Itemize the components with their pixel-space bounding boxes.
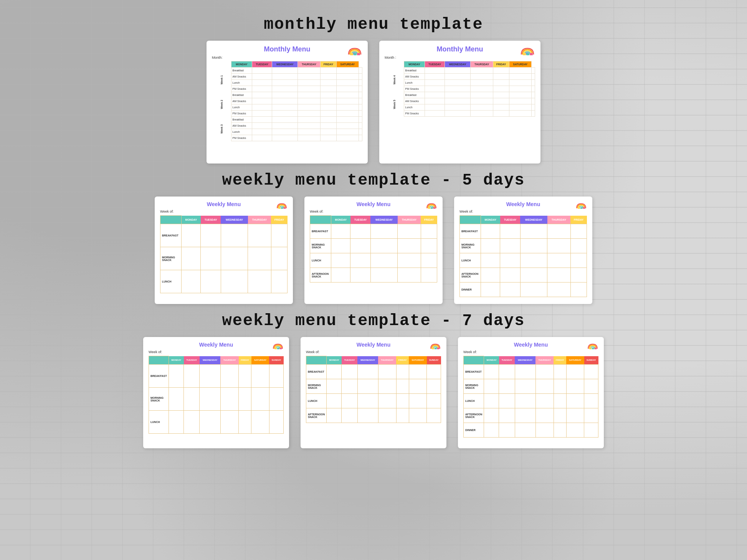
svg-rect-0: [350, 53, 353, 55]
svg-rect-17: [280, 348, 282, 350]
weekly7-card-2: Weekly Menu Week of:: [301, 337, 446, 448]
svg-rect-13: [580, 207, 583, 209]
svg-rect-22: [592, 348, 594, 350]
weekly7-card-3-weekof: Week of:: [463, 350, 598, 354]
page-wrapper: monthly menu template Monthly Menu: [8, 15, 739, 448]
svg-rect-3: [523, 53, 526, 55]
svg-rect-7: [281, 207, 283, 209]
monthly-cards-row: Monthly Menu Mo: [8, 41, 739, 164]
weekly5-section: weekly menu template - 5 days Weekly Men…: [8, 171, 739, 304]
monthly-card-1-grid: MONDAY TUESDAY WEDNESDAY THURSDAY FRIDAY…: [212, 61, 362, 141]
rainbow-icon-1: [347, 45, 362, 58]
svg-rect-10: [431, 207, 433, 209]
rainbow-icon-w52: [426, 201, 437, 211]
svg-rect-5: [530, 53, 533, 55]
svg-rect-2: [357, 53, 360, 55]
svg-rect-6: [278, 207, 281, 209]
weekly5-card-2-weekof: Week of:: [310, 210, 437, 213]
weekly5-card-3-header: Weekly Menu: [459, 201, 587, 207]
weekly5-card-2-title: Weekly Menu: [357, 201, 390, 207]
svg-rect-1: [354, 53, 357, 55]
rainbow-icon-w51: [276, 201, 288, 211]
rainbow-icon-w71: [272, 342, 284, 352]
weekly5-card-2: Weekly Menu Week of:: [304, 197, 443, 304]
svg-rect-4: [526, 53, 529, 55]
weekly5-card-1-grid: MONDAY TUESDAY WEDNESDAY THURSDAY FRIDAY…: [160, 215, 288, 293]
weekly5-cards-row: Weekly Menu Week of:: [8, 197, 739, 304]
monthly-card-2: Monthly Menu Mo: [379, 41, 540, 164]
weekly7-section: weekly menu template - 7 days Weekly Men…: [8, 312, 739, 448]
weekly7-card-1: Weekly Menu Week of:: [143, 337, 289, 448]
monthly-card-2-title: Monthly Menu: [437, 45, 483, 53]
weekly7-card-2-grid: MONDAY TUESDAY WEDNESDAY THURSDAY FRIDAY…: [306, 356, 441, 423]
svg-rect-11: [433, 207, 436, 209]
weekly5-card-3-grid: MONDAY TUESDAY WEDNESDAY THURSDAY FRIDAY…: [459, 215, 587, 297]
monthly-card-1-month-label: Month:: [212, 56, 362, 59]
svg-rect-14: [583, 207, 585, 209]
monthly-section: monthly menu template Monthly Menu: [8, 15, 739, 164]
svg-rect-9: [428, 207, 430, 209]
rainbow-icon-w72: [430, 342, 441, 352]
weekly7-cards-row: Weekly Menu Week of:: [8, 337, 739, 448]
monthly-card-2-grid: MONDAY TUESDAY WEDNESDAY THURSDAY FRIDAY…: [385, 61, 535, 117]
rainbow-icon-w53: [575, 201, 587, 211]
svg-rect-23: [595, 348, 597, 350]
rainbow-icon-2: [520, 45, 535, 58]
weekly5-card-3-weekof: Week of:: [459, 210, 587, 213]
weekly5-card-1-title: Weekly Menu: [207, 201, 241, 207]
svg-rect-8: [284, 207, 286, 209]
weekly7-card-3: Weekly Menu Week of:: [458, 337, 604, 448]
weekly5-card-1: Weekly Menu Week of:: [155, 197, 293, 304]
svg-rect-12: [578, 207, 580, 209]
weekly7-card-2-title: Weekly Menu: [357, 342, 390, 348]
monthly-card-2-month-label: Month :: [385, 56, 535, 59]
rainbow-icon-w73: [587, 342, 598, 352]
svg-rect-16: [277, 348, 279, 350]
monthly-card-2-header: Monthly Menu: [385, 45, 535, 53]
weekly7-card-1-grid: MONDAY TUESDAY WEDNESDAY THURSDAY FRIDAY…: [149, 356, 284, 434]
weekly7-card-3-grid: MONDAY TUESDAY WEDNESDAY THURSDAY FRIDAY…: [463, 356, 598, 438]
weekly7-card-1-weekof: Week of:: [149, 350, 284, 354]
monthly-section-title: monthly menu template: [8, 15, 739, 34]
weekly5-card-1-weekof: Week of:: [160, 210, 288, 213]
weekly7-card-3-title: Weekly Menu: [514, 342, 548, 348]
weekly5-card-1-header: Weekly Menu: [160, 201, 288, 207]
weekly5-card-2-grid: MONDAY TUESDAY WEDNESDAY THURSDAY FRIDAY…: [310, 215, 437, 282]
weekly5-card-2-header: Weekly Menu: [310, 201, 437, 207]
svg-rect-15: [274, 348, 277, 350]
weekly5-card-3-title: Weekly Menu: [506, 201, 540, 207]
weekly7-card-2-header: Weekly Menu: [306, 342, 441, 348]
weekly7-section-title: weekly menu template - 7 days: [8, 312, 739, 330]
weekly7-card-2-weekof: Week of:: [306, 350, 441, 354]
svg-rect-21: [589, 348, 592, 350]
svg-rect-19: [435, 348, 437, 350]
weekly7-card-1-title: Weekly Menu: [199, 342, 233, 348]
weekly5-section-title: weekly menu template - 5 days: [8, 171, 739, 190]
monthly-card-1-title: Monthly Menu: [264, 45, 311, 53]
weekly5-card-3: Weekly Menu Week of:: [454, 197, 592, 304]
weekly7-card-3-header: Weekly Menu: [463, 342, 598, 348]
svg-rect-18: [432, 348, 434, 350]
monthly-card-1-header: Monthly Menu: [212, 45, 362, 53]
weekly7-card-1-header: Weekly Menu: [149, 342, 284, 348]
monthly-card-1: Monthly Menu Mo: [207, 41, 368, 164]
svg-rect-20: [437, 348, 440, 350]
